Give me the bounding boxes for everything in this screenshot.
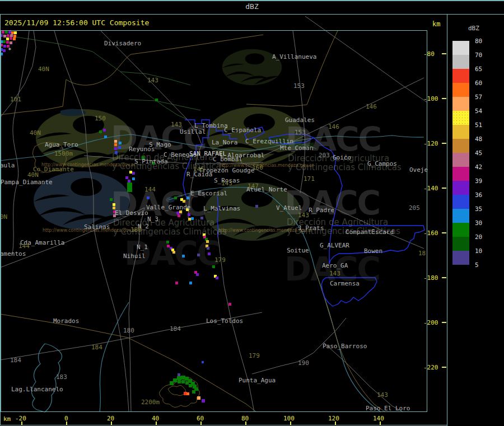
legend-swatch [452, 69, 469, 83]
x-axis-label: 0 [64, 415, 68, 422]
legend-swatch [452, 195, 469, 209]
timestamp-label: 2025/11/09 12:56:00 UTC Composite [4, 18, 149, 27]
x-axis-label: 120 [328, 415, 339, 422]
x-axis-label: 60 [197, 415, 204, 422]
legend-value-label: 5 [475, 262, 479, 268]
legend-swatch [452, 125, 469, 139]
legend-swatch [452, 167, 469, 181]
x-axis-label: 40 [152, 415, 159, 422]
legend-swatch [452, 223, 469, 237]
legend-value-label: 36 [475, 192, 482, 198]
legend-swatch [452, 237, 469, 251]
legend-value-label: 35 [475, 206, 482, 212]
legend-swatch [452, 97, 469, 111]
legend-value-label: 60 [475, 80, 482, 86]
legend-swatch [452, 181, 469, 195]
legend-value-label: 30 [475, 220, 482, 226]
legend-value-label: 51 [475, 122, 482, 128]
legend-swatch [452, 55, 469, 69]
x-axis-unit: km [3, 416, 11, 422]
y-axis-tick [442, 367, 446, 368]
y-axis-tick [442, 322, 446, 323]
legend-swatch [452, 83, 469, 97]
x-axis-label: 80 [241, 415, 249, 422]
y-axis-tick [442, 232, 446, 233]
y-axis-tick [442, 53, 446, 54]
legend-swatch [452, 251, 469, 265]
y-axis-tick [442, 98, 446, 99]
radar-composite-window: DACC Dirección de Agricultura y Continge… [0, 0, 504, 426]
axis-bottom-line [0, 425, 447, 425]
legend-swatch [452, 209, 469, 223]
legend-value-label: 57 [475, 94, 482, 100]
legend-value-label: 80 [475, 38, 482, 44]
legend-value-label: 42 [475, 164, 482, 170]
legend-value-label: 70 [475, 52, 482, 58]
x-axis-label: 20 [107, 415, 114, 422]
window-title: dBZ [0, 0, 504, 13]
legend-value-label: 65 [475, 66, 482, 72]
axis-right-line [447, 15, 447, 426]
legend-swatch [452, 139, 469, 153]
x-axis-label: -20 [15, 415, 26, 422]
map-canvas-border [1, 30, 427, 412]
y-axis-tick [442, 143, 446, 144]
x-axis-label: 100 [283, 415, 295, 422]
x-axis-label: 140 [373, 415, 384, 422]
titlebar-separator-line [0, 14, 504, 15]
legend-swatch [452, 111, 469, 125]
legend-value-label: 45 [475, 150, 482, 156]
y-axis-tick [442, 277, 446, 278]
legend-value-label: 10 [475, 248, 482, 254]
legend-value-label: 39 [475, 178, 482, 184]
y-axis-tick [442, 188, 446, 189]
legend-swatch [452, 153, 469, 167]
legend-value-label: 20 [475, 234, 482, 240]
legend-swatch [452, 41, 469, 55]
legend-title: dBZ [468, 25, 479, 32]
km-unit-label: km [432, 20, 440, 28]
legend-value-label: 48 [475, 136, 482, 142]
legend-value-label: 54 [475, 108, 482, 114]
